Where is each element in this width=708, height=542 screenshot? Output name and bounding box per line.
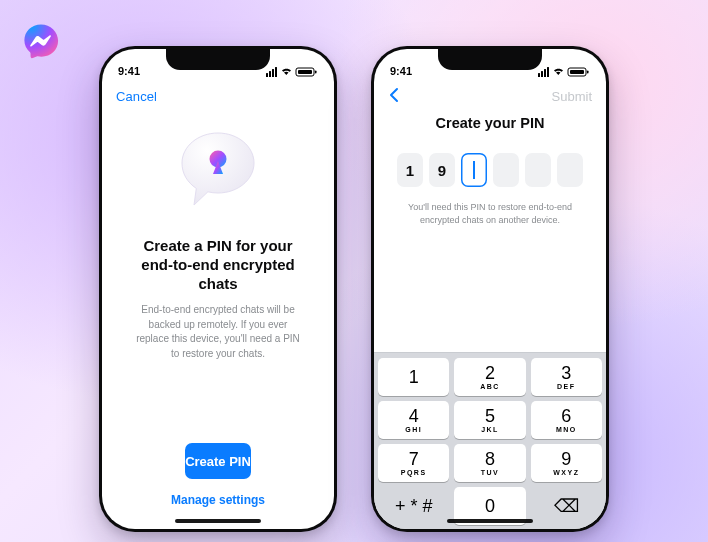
keypad-key-9[interactable]: 9WXYZ — [531, 444, 602, 482]
keypad-key-3[interactable]: 3DEF — [531, 358, 602, 396]
page-description: End-to-end encrypted chats will be backe… — [102, 303, 334, 361]
back-button[interactable] — [388, 87, 400, 106]
cancel-button[interactable]: Cancel — [116, 89, 157, 104]
svg-rect-9 — [541, 71, 543, 77]
manage-settings-button[interactable]: Manage settings — [171, 493, 265, 507]
encrypted-chat-illustration-icon — [170, 127, 266, 221]
pin-digit-5[interactable] — [525, 153, 551, 187]
home-indicator[interactable] — [175, 519, 261, 523]
svg-rect-1 — [269, 71, 271, 77]
status-time: 9:41 — [390, 65, 412, 77]
create-pin-button[interactable]: Create PIN — [185, 443, 251, 479]
numeric-keypad: 12ABC3DEF4GHI5JKL6MNO7PQRS8TUV9WXYZ+ * #… — [374, 352, 606, 529]
keypad-key-1[interactable]: 1 — [378, 358, 449, 396]
status-indicators-icon — [266, 67, 318, 77]
keypad-key-7[interactable]: 7PQRS — [378, 444, 449, 482]
keypad-delete-button[interactable]: ⌫ — [531, 487, 602, 525]
notch — [438, 46, 542, 70]
home-indicator[interactable] — [447, 519, 533, 523]
pin-digit-2[interactable]: 9 — [429, 153, 455, 187]
svg-rect-2 — [272, 69, 274, 77]
chevron-left-icon — [388, 87, 400, 103]
keypad-key-5[interactable]: 5JKL — [454, 401, 525, 439]
svg-rect-5 — [298, 70, 312, 74]
svg-rect-0 — [266, 73, 268, 77]
keypad-key-2[interactable]: 2ABC — [454, 358, 525, 396]
pin-digit-1[interactable]: 1 — [397, 153, 423, 187]
status-indicators-icon — [538, 67, 590, 77]
svg-rect-8 — [538, 73, 540, 77]
submit-button[interactable]: Submit — [552, 89, 592, 104]
nav-bar: Cancel — [102, 79, 334, 113]
svg-rect-13 — [570, 70, 584, 74]
pin-digit-3[interactable] — [461, 153, 487, 187]
nav-bar: Submit — [374, 79, 606, 113]
svg-rect-6 — [315, 71, 317, 74]
status-time: 9:41 — [118, 65, 140, 77]
svg-rect-11 — [547, 67, 549, 77]
svg-rect-14 — [587, 71, 589, 74]
svg-rect-10 — [544, 69, 546, 77]
pin-digit-6[interactable] — [557, 153, 583, 187]
keypad-symbols-button[interactable]: + * # — [378, 487, 449, 525]
page-title: Create your PIN — [374, 115, 606, 131]
page-title: Create a PIN for your end-to-end encrypt… — [102, 237, 334, 293]
pin-digit-4[interactable] — [493, 153, 519, 187]
svg-rect-3 — [275, 67, 277, 77]
phone-2-frame: 9:41 Submit Create your PIN 19 You'll ne… — [371, 46, 609, 532]
pin-input-row[interactable]: 19 — [374, 153, 606, 187]
phone-1-frame: 9:41 Cancel — [99, 46, 337, 532]
keypad-key-8[interactable]: 8TUV — [454, 444, 525, 482]
pin-hint: You'll need this PIN to restore end-to-e… — [374, 201, 606, 226]
keypad-key-4[interactable]: 4GHI — [378, 401, 449, 439]
notch — [166, 46, 270, 70]
keypad-key-6[interactable]: 6MNO — [531, 401, 602, 439]
